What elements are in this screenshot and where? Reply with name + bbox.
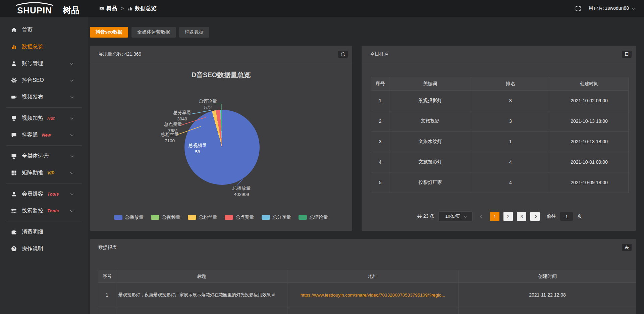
sidebar-item-account[interactable]: 账号管理 bbox=[0, 55, 88, 72]
chevron-down-icon bbox=[70, 133, 73, 136]
username-label: 用户名: zswodun88 bbox=[588, 5, 629, 11]
legend-swatch bbox=[151, 215, 159, 220]
col-header-url: 地址 bbox=[287, 270, 459, 283]
tab-inquiry-data[interactable]: 询盘数据 bbox=[179, 27, 209, 38]
chevron-right-icon bbox=[533, 215, 537, 218]
sliders-icon bbox=[11, 208, 17, 214]
main-content: 抖音seo数据 全媒体运营数据 询盘数据 展现量总数: 421,369 总 D音… bbox=[88, 17, 644, 314]
legend-swatch bbox=[225, 215, 233, 220]
table-mode-button[interactable]: 表 bbox=[622, 244, 632, 251]
fullscreen-icon[interactable] bbox=[575, 6, 581, 11]
goto-label: 前往 bbox=[546, 213, 556, 219]
svg-text:?: ? bbox=[13, 247, 15, 251]
legend-item-comments[interactable]: 总评论量 bbox=[299, 214, 328, 220]
sidebar-item-member-baoke[interactable]: 会员爆客 Tools bbox=[0, 186, 88, 202]
top-bar: SHUPIN 树品 树品 > 数据总览 用户名: zswodun88 bbox=[0, 0, 644, 17]
sidebar: 首页 数据总览 账号管理 抖音SEO 视频发布 视频加热 Hot 抖客通 New… bbox=[0, 17, 88, 314]
ranking-table: 序号 关键词 排名 创建时间 1 景观投影灯 3 2021-10-02 09:0… bbox=[371, 77, 629, 193]
breadcrumb: 树品 > 数据总览 bbox=[99, 5, 156, 12]
hot-badge: Hot bbox=[47, 116, 55, 121]
legend-item-likes[interactable]: 总点赞量 bbox=[225, 214, 254, 220]
pie-label-videos: 总视频量 58 bbox=[186, 143, 209, 155]
breadcrumb-separator: > bbox=[121, 6, 124, 11]
breadcrumb-root[interactable]: 树品 bbox=[99, 5, 117, 12]
legend-item-videos[interactable]: 总视频量 bbox=[151, 214, 180, 220]
sidebar-item-help[interactable]: ? 操作说明 bbox=[0, 240, 88, 257]
bar-chart-icon bbox=[11, 44, 17, 50]
breadcrumb-current[interactable]: 数据总览 bbox=[128, 5, 156, 12]
user-menu[interactable]: 用户名: zswodun88 bbox=[588, 5, 634, 11]
impressions-total-label: 展现量总数: 421,369 bbox=[98, 51, 141, 57]
pie-label-plays: 总播放量 402909 bbox=[230, 185, 253, 198]
prev-page-button[interactable] bbox=[477, 212, 486, 221]
page-size-select[interactable]: 10条/页 bbox=[438, 211, 473, 221]
chart-legend: 总播放量 总视频量 总粉丝量 总点赞量 总分享量 总评论量 bbox=[90, 214, 352, 220]
legend-swatch bbox=[188, 215, 196, 220]
monitor-icon bbox=[11, 153, 17, 159]
page-button-3[interactable]: 3 bbox=[517, 212, 526, 221]
table-header-row: 序号 关键词 排名 创建时间 bbox=[371, 77, 629, 91]
sidebar-item-doketong[interactable]: 抖客通 New bbox=[0, 126, 88, 143]
sidebar-item-lead-monitor[interactable]: 线索监控 Tools bbox=[0, 202, 88, 219]
gear-icon bbox=[11, 77, 17, 83]
legend-item-shares[interactable]: 总分享量 bbox=[262, 214, 291, 220]
tab-douyin-seo-data[interactable]: 抖音seo数据 bbox=[90, 27, 128, 38]
page-button-2[interactable]: 2 bbox=[503, 212, 513, 221]
report-panel-header: 数据报表 bbox=[90, 239, 636, 256]
sidebar-item-video-publish[interactable]: 视频发布 bbox=[0, 89, 88, 105]
sidebar-item-video-heat[interactable]: 视频加热 Hot bbox=[0, 110, 88, 126]
logo-text-en: SHUPIN bbox=[17, 6, 52, 15]
chevron-down-icon bbox=[632, 6, 635, 10]
sidebar-item-matrix-boost[interactable]: 矩阵助推 VIP bbox=[0, 164, 88, 181]
col-header-index: 序号 bbox=[371, 77, 389, 91]
table-row bbox=[98, 307, 636, 314]
sidebar-divider bbox=[6, 107, 82, 108]
sidebar-item-douyin-seo[interactable]: 抖音SEO bbox=[0, 72, 88, 89]
page-unit-label: 页 bbox=[577, 213, 582, 219]
table-header-row: 序号 标题 地址 创建时间 bbox=[98, 270, 636, 283]
chevron-down-icon bbox=[70, 192, 73, 195]
chevron-down-icon bbox=[70, 78, 73, 82]
report-table: 序号 标题 地址 创建时间 1 景观投影灯，夜游景观投影灯厂家展示展示落花灯在花… bbox=[98, 270, 636, 314]
legend-item-fans[interactable]: 总粉丝量 bbox=[188, 214, 217, 220]
legend-item-plays[interactable]: 总播放量 bbox=[114, 214, 144, 220]
logo-arc bbox=[9, 2, 60, 6]
chevron-down-icon bbox=[464, 214, 467, 218]
vip-badge: VIP bbox=[47, 170, 54, 175]
sidebar-divider bbox=[6, 145, 82, 146]
chevron-down-icon bbox=[70, 209, 73, 212]
home-icon bbox=[11, 27, 17, 33]
tab-omnimedia-data[interactable]: 全媒体运营数据 bbox=[131, 27, 176, 38]
legend-swatch bbox=[262, 215, 270, 220]
user-icon bbox=[11, 60, 17, 66]
wallet-icon bbox=[11, 229, 17, 235]
table-row: 3 文旅水纹灯 1 2021-10-13 18:00 bbox=[371, 132, 629, 152]
ranking-title: 今日排名 bbox=[370, 51, 389, 57]
question-icon: ? bbox=[11, 246, 17, 252]
chat-icon bbox=[11, 132, 17, 138]
tools-badge: Tools bbox=[47, 208, 59, 213]
day-mode-button[interactable]: 日 bbox=[622, 51, 632, 58]
sidebar-item-data-overview[interactable]: 数据总览 bbox=[0, 38, 88, 55]
seo-chart-panel: 展现量总数: 421,369 总 D音SEO数据量总览 总评论量 572 总分享… bbox=[90, 46, 352, 231]
sidebar-divider bbox=[6, 183, 82, 184]
goto-page-input[interactable] bbox=[560, 212, 573, 221]
chart-title: D音SEO数据量总览 bbox=[90, 70, 352, 80]
report-title: 数据报表 bbox=[98, 245, 117, 251]
page-button-1[interactable]: 1 bbox=[490, 212, 499, 221]
logo[interactable]: SHUPIN 树品 bbox=[9, 2, 83, 15]
logo-text-cn: 树品 bbox=[63, 6, 79, 14]
sidebar-item-omnimedia[interactable]: 全媒体运营 bbox=[0, 148, 88, 164]
next-page-button[interactable] bbox=[530, 212, 540, 221]
chevron-left-icon bbox=[480, 215, 483, 218]
data-tabs: 抖音seo数据 全媒体运营数据 询盘数据 bbox=[90, 27, 644, 38]
sidebar-item-spending-detail[interactable]: 消费明细 bbox=[0, 223, 88, 240]
legend-swatch bbox=[299, 215, 307, 220]
sidebar-item-home[interactable]: 首页 bbox=[0, 21, 88, 38]
grid-icon bbox=[11, 170, 17, 176]
table-row: 5 投影灯厂家 4 2021-10-09 18:00 bbox=[371, 172, 629, 193]
video-link[interactable]: https://www.iesdouyin.com/share/video/70… bbox=[301, 293, 445, 298]
col-header-index: 序号 bbox=[98, 270, 116, 283]
new-badge: New bbox=[42, 133, 51, 138]
total-mode-button[interactable]: 总 bbox=[338, 51, 348, 58]
